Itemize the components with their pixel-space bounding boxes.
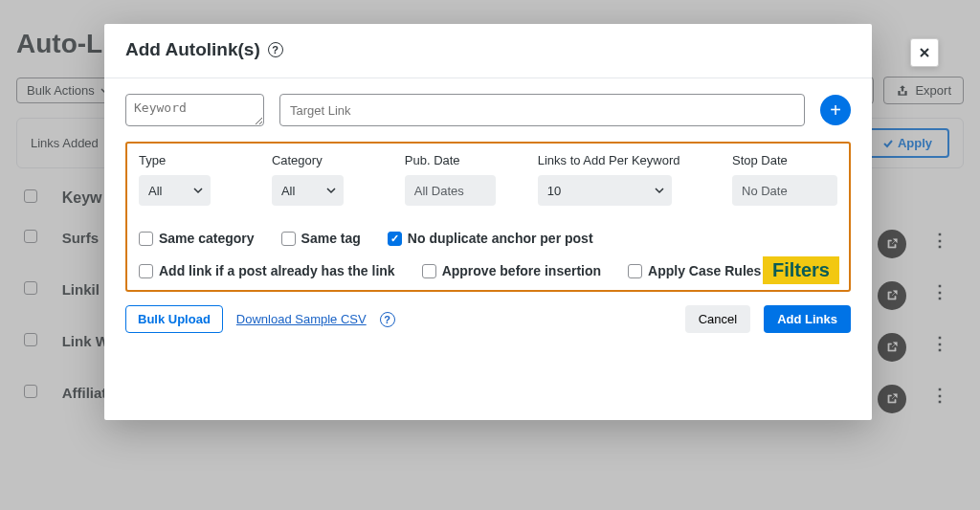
close-icon (919, 47, 930, 58)
type-label: Type (139, 153, 262, 167)
target-link-input[interactable] (279, 94, 805, 126)
category-label: Category (272, 153, 395, 167)
type-value: All (148, 184, 162, 198)
check-label: No duplicate anchor per post (408, 231, 593, 246)
check-label: Apply Case Rules (648, 263, 761, 278)
check-label: Add link if a post already has the link (159, 263, 395, 278)
chevron-down-icon (326, 186, 336, 195)
check-same-tag[interactable]: Same tag (281, 231, 361, 246)
check-same-category[interactable]: Same category (139, 231, 255, 246)
close-button[interactable] (910, 38, 939, 67)
add-autolink-modal: Add Autolink(s) ? + Type All (104, 24, 872, 420)
help-icon[interactable]: ? (268, 42, 283, 57)
perkeyword-select[interactable]: 10 (538, 175, 672, 206)
stopdate-value: No Date (742, 184, 788, 198)
chevron-down-icon (193, 186, 203, 195)
category-value: All (281, 184, 295, 198)
check-label: Same tag (301, 231, 361, 246)
stopdate-label: Stop Date (732, 153, 837, 167)
stopdate-input[interactable]: No Date (732, 175, 837, 206)
check-add-if-exists[interactable]: Add link if a post already has the link (139, 263, 395, 278)
pubdate-label: Pub. Date (405, 153, 528, 167)
perkeyword-value: 10 (547, 184, 561, 198)
download-csv-link[interactable]: Download Sample CSV (236, 312, 367, 326)
chevron-down-icon (655, 186, 664, 195)
keyword-input[interactable] (125, 94, 264, 126)
bulk-upload-button[interactable]: Bulk Upload (125, 305, 223, 333)
modal-title: Add Autolink(s) (125, 39, 260, 60)
add-row-button[interactable]: + (820, 95, 851, 125)
help-icon[interactable]: ? (380, 312, 395, 327)
filters-badge: Filters (763, 256, 839, 284)
add-links-button[interactable]: Add Links (764, 305, 851, 333)
pubdate-input[interactable]: All Dates (405, 175, 496, 206)
check-label: Same category (159, 231, 255, 246)
check-label: Approve before insertion (442, 263, 601, 278)
perkeyword-label: Links to Add Per Keyword (538, 153, 723, 167)
filters-panel: Type All Category All (125, 142, 851, 292)
check-case-rules[interactable]: Apply Case Rules (628, 263, 761, 278)
pubdate-value: All Dates (414, 184, 464, 198)
type-select[interactable]: All (139, 175, 211, 206)
check-approve-insert[interactable]: Approve before insertion (422, 263, 601, 278)
category-select[interactable]: All (272, 175, 344, 206)
check-no-duplicate[interactable]: No duplicate anchor per post (388, 231, 593, 246)
cancel-button[interactable]: Cancel (685, 305, 750, 333)
